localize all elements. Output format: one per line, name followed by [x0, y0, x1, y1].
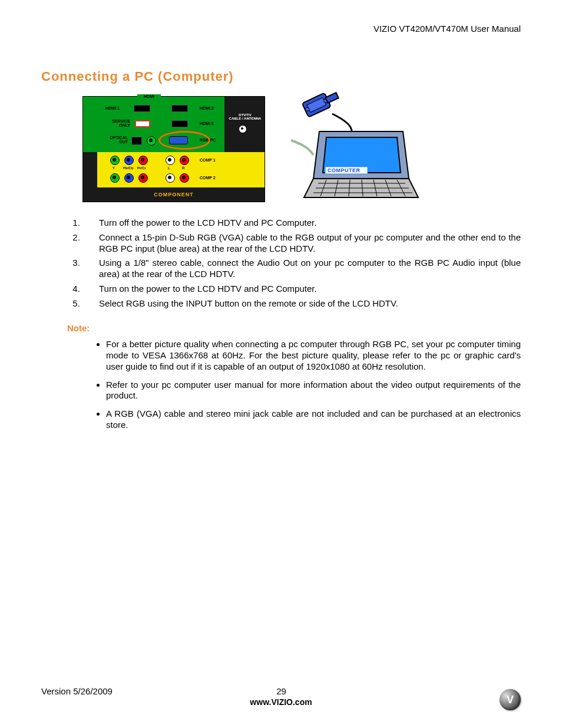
prcr-label: Pr/Cr	[137, 166, 146, 170]
rgb-highlight-icon	[158, 131, 210, 150]
note-heading: Note:	[67, 323, 521, 333]
optical-label: OPTICAL OUT	[103, 136, 128, 144]
dtv-label: DTV/TV CABLE / ANTENNA	[228, 113, 262, 120]
laptop-diagram: COMPUTER	[279, 90, 421, 208]
comp2-label: COMP 2	[200, 176, 216, 180]
footer-version: Version 5/26/2009	[41, 686, 113, 696]
service-label: SERVICE ONLY	[105, 119, 130, 127]
step-item: Select RGB using the INPUT button on the…	[82, 298, 521, 309]
hdmi1-label: HDMI 1	[105, 106, 120, 110]
component-bar-label: COMPONENT	[83, 187, 265, 202]
page-footer: Version 5/26/2009 29 www.VIZIO.com V	[41, 686, 521, 707]
pbcb-label: Pb/Cb	[123, 166, 133, 170]
step-item: Turn on the power to the LCD HDTV and PC…	[82, 284, 521, 295]
r-label: R	[182, 166, 184, 170]
step-item: Turn off the power to the LCD HDTV and P…	[82, 218, 521, 229]
step-item: Using a 1/8" stereo cable, connect the A…	[82, 258, 521, 280]
section-title: Connecting a PC (Computer)	[41, 69, 521, 84]
step-item: Connect a 15-pin D-Sub RGB (VGA) cable t…	[82, 232, 521, 255]
hdmi3-label: HDMI 3	[200, 121, 214, 126]
note-item: For a better picture quality when connec…	[106, 339, 521, 372]
l-label: L	[168, 166, 170, 170]
hdmi-tab-label: HDMI	[137, 94, 161, 99]
comp1-label: COMP 1	[200, 158, 216, 162]
tv-rear-panel-diagram: COMPONENT HDMI HDMI 1 HDMI 2 HDMI 3 SERV…	[82, 96, 265, 202]
y-label: Y	[113, 166, 115, 170]
steps-list: Turn off the power to the LCD HDTV and P…	[71, 218, 521, 309]
footer-page-number: 29	[276, 686, 286, 696]
laptop-screen-label: COMPUTER	[328, 167, 361, 173]
note-item: Refer to your pc computer user manual fo…	[106, 380, 521, 402]
note-item: A RGB (VGA) cable and stereo mini jack c…	[106, 409, 521, 431]
diagram-row: COMPONENT HDMI HDMI 1 HDMI 2 HDMI 3 SERV…	[82, 90, 521, 208]
notes-list: For a better picture quality when connec…	[94, 339, 521, 430]
doc-header: VIZIO VT420M/VT470M User Manual	[41, 24, 521, 34]
hdmi2-label: HDMI 2	[200, 106, 214, 110]
footer-url: www.VIZIO.com	[41, 697, 521, 707]
vizio-logo-icon: V	[500, 689, 521, 710]
svg-rect-4	[325, 93, 338, 103]
